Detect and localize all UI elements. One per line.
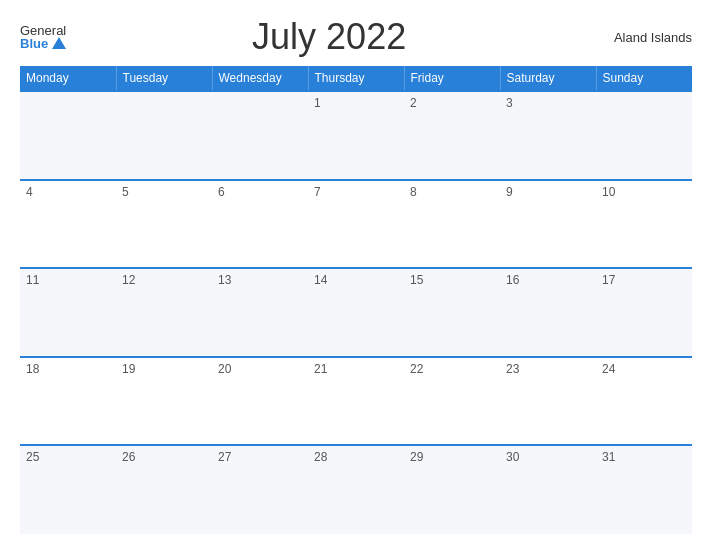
day-cell-29: 29 — [404, 445, 500, 534]
day-cell-23: 23 — [500, 357, 596, 446]
day-cell-10: 10 — [596, 180, 692, 269]
day-cell-22: 22 — [404, 357, 500, 446]
week-row-5: 25 26 27 28 29 30 31 — [20, 445, 692, 534]
day-cell-9: 9 — [500, 180, 596, 269]
day-cell-17: 17 — [596, 268, 692, 357]
day-cell-5: 5 — [116, 180, 212, 269]
day-cell-19: 19 — [116, 357, 212, 446]
header-thursday: Thursday — [308, 66, 404, 91]
day-cell-3: 3 — [500, 91, 596, 180]
logo: General Blue — [20, 24, 66, 50]
logo-blue-text: Blue — [20, 37, 48, 50]
day-cell-1: 1 — [308, 91, 404, 180]
calendar-title: July 2022 — [66, 16, 592, 58]
header-monday: Monday — [20, 66, 116, 91]
day-cell — [212, 91, 308, 180]
day-cell-31: 31 — [596, 445, 692, 534]
header-saturday: Saturday — [500, 66, 596, 91]
day-cell-30: 30 — [500, 445, 596, 534]
day-cell-28: 28 — [308, 445, 404, 534]
day-cell-27: 27 — [212, 445, 308, 534]
week-row-4: 18 19 20 21 22 23 24 — [20, 357, 692, 446]
day-cell — [20, 91, 116, 180]
day-cell-4: 4 — [20, 180, 116, 269]
day-cell-15: 15 — [404, 268, 500, 357]
day-cell-2: 2 — [404, 91, 500, 180]
header-wednesday: Wednesday — [212, 66, 308, 91]
day-cell-11: 11 — [20, 268, 116, 357]
day-cell-4-sun — [596, 91, 692, 180]
header-tuesday: Tuesday — [116, 66, 212, 91]
day-cell-16: 16 — [500, 268, 596, 357]
day-cell-21: 21 — [308, 357, 404, 446]
day-cell-12: 12 — [116, 268, 212, 357]
day-cell-24: 24 — [596, 357, 692, 446]
header-sunday: Sunday — [596, 66, 692, 91]
day-cell-14: 14 — [308, 268, 404, 357]
week-row-2: 4 5 6 7 8 9 10 — [20, 180, 692, 269]
header-friday: Friday — [404, 66, 500, 91]
calendar-table: Monday Tuesday Wednesday Thursday Friday… — [20, 66, 692, 534]
day-cell-13: 13 — [212, 268, 308, 357]
calendar-header: General Blue July 2022 Aland Islands — [20, 16, 692, 58]
day-cell-20: 20 — [212, 357, 308, 446]
week-row-1: 1 2 3 — [20, 91, 692, 180]
day-cell-26: 26 — [116, 445, 212, 534]
region-label: Aland Islands — [592, 30, 692, 45]
calendar-page: General Blue July 2022 Aland Islands Mon… — [0, 0, 712, 550]
day-cell-18: 18 — [20, 357, 116, 446]
day-cell-8: 8 — [404, 180, 500, 269]
week-row-3: 11 12 13 14 15 16 17 — [20, 268, 692, 357]
logo-triangle-icon — [52, 37, 66, 49]
day-cell — [116, 91, 212, 180]
day-cell-7: 7 — [308, 180, 404, 269]
weekday-header-row: Monday Tuesday Wednesday Thursday Friday… — [20, 66, 692, 91]
day-cell-6: 6 — [212, 180, 308, 269]
day-cell-25: 25 — [20, 445, 116, 534]
